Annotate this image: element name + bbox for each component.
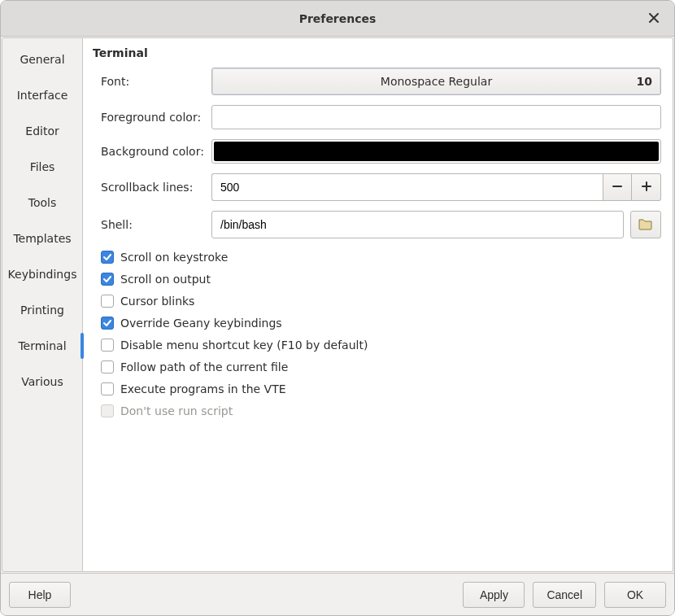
- check-label: Scroll on output: [120, 273, 211, 286]
- bg-swatch: [214, 142, 659, 161]
- ok-button[interactable]: OK: [604, 582, 666, 608]
- help-button[interactable]: Help: [9, 582, 71, 608]
- fg-label: Foreground color:: [101, 111, 205, 124]
- tab-templates[interactable]: Templates: [2, 221, 82, 256]
- font-name: Monospace Regular: [212, 75, 660, 88]
- check-disable-menu-shortcut[interactable]: Disable menu shortcut key (F10 by defaul…: [101, 336, 661, 354]
- dialog-buttons: Help Apply Cancel OK: [1, 573, 674, 615]
- font-chooser-button[interactable]: Monospace Regular 10: [211, 68, 661, 95]
- check-label: Disable menu shortcut key (F10 by defaul…: [120, 339, 368, 352]
- check-override-keybindings[interactable]: Override Geany keybindings: [101, 314, 661, 332]
- preferences-tabs: General Interface Editor Files Tools Tem…: [2, 37, 83, 572]
- tab-general[interactable]: General: [2, 42, 82, 77]
- cancel-button[interactable]: Cancel: [533, 582, 596, 608]
- tab-printing[interactable]: Printing: [2, 292, 82, 328]
- shell-browse-button[interactable]: [630, 211, 661, 238]
- title-bar: Preferences: [1, 1, 674, 37]
- tab-editor[interactable]: Editor: [2, 113, 82, 149]
- check-label: Don't use run script: [120, 404, 233, 417]
- check-cursor-blinks[interactable]: Cursor blinks: [101, 292, 661, 310]
- scrollback-input[interactable]: [211, 173, 603, 201]
- check-execute-in-vte[interactable]: Execute programs in the VTE: [101, 380, 661, 398]
- font-size: 10: [637, 75, 652, 88]
- scrollback-increment[interactable]: [632, 173, 661, 201]
- terminal-panel: Terminal Font: Monospace Regular 10 Fore…: [83, 37, 673, 572]
- tab-files[interactable]: Files: [2, 149, 82, 185]
- fg-swatch: [214, 107, 659, 127]
- tab-tools[interactable]: Tools: [2, 185, 82, 221]
- check-label: Scroll on keystroke: [120, 251, 228, 264]
- tab-terminal[interactable]: Terminal: [2, 328, 82, 364]
- close-icon: [649, 11, 659, 26]
- scrollback-spin: [211, 173, 661, 201]
- tab-keybindings[interactable]: Keybindings: [2, 256, 82, 292]
- shell-label: Shell:: [101, 218, 205, 231]
- check-label: Execute programs in the VTE: [120, 382, 286, 395]
- plus-icon: [641, 180, 652, 194]
- scrollback-label: Scrollback lines:: [101, 181, 205, 194]
- check-dont-use-run-script: Don't use run script: [101, 402, 661, 420]
- folder-icon: [638, 217, 653, 233]
- check-label: Cursor blinks: [120, 295, 194, 308]
- bg-label: Background color:: [101, 145, 205, 158]
- terminal-checks: Scroll on keystroke Scroll on output Cur…: [93, 248, 661, 420]
- check-label: Override Geany keybindings: [120, 317, 282, 330]
- window-title: Preferences: [299, 12, 377, 25]
- minus-icon: [612, 180, 623, 194]
- check-label: Follow path of the current file: [120, 360, 288, 374]
- font-label: Font:: [101, 75, 205, 88]
- background-color-button[interactable]: [211, 139, 661, 164]
- check-scroll-output[interactable]: Scroll on output: [101, 270, 661, 288]
- check-scroll-keystroke[interactable]: Scroll on keystroke: [101, 248, 661, 266]
- shell-row: [211, 211, 661, 238]
- shell-input[interactable]: [211, 211, 624, 238]
- check-follow-path[interactable]: Follow path of the current file: [101, 358, 661, 376]
- section-title: Terminal: [93, 46, 661, 59]
- apply-button[interactable]: Apply: [463, 582, 525, 608]
- foreground-color-button[interactable]: [211, 105, 661, 129]
- scrollback-decrement[interactable]: [603, 173, 632, 201]
- preferences-dialog: Preferences General Interface Editor Fil…: [0, 0, 675, 616]
- close-button[interactable]: [642, 1, 666, 37]
- tab-interface[interactable]: Interface: [2, 77, 82, 113]
- tab-various[interactable]: Various: [2, 364, 82, 400]
